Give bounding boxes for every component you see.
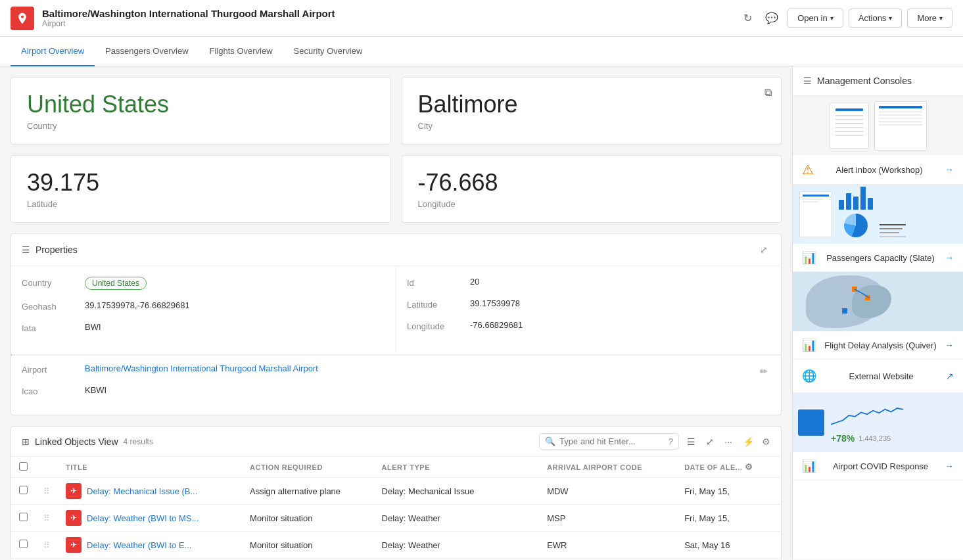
prop-geohash: Geohash 39.17539978,-76.66829681 — [22, 300, 385, 312]
globe-icon: 🌐 — [802, 369, 816, 383]
tab-security-overview[interactable]: Security Overview — [283, 37, 373, 66]
longitude-value: -76.668 — [418, 169, 766, 197]
row-date: Fri, May 15, — [676, 505, 781, 532]
refresh-button[interactable]: ↻ — [740, 8, 756, 28]
latitude-card: 39.175 Latitude — [11, 155, 391, 223]
row-action-required: Re-book passengers — [242, 559, 374, 560]
row-title-link[interactable]: Delay: Weather (BWI to MS... — [87, 513, 199, 523]
city-card: ⧉ Baltimore City — [402, 77, 782, 145]
properties-title: Properties — [35, 245, 78, 255]
alert-inbox-arrow[interactable]: → — [945, 164, 954, 175]
sidebar-item-airport-covid: +78% 1,443,235 📊 Airport COVID Response … — [793, 393, 963, 480]
open-in-button[interactable]: Open in ▾ — [787, 9, 843, 28]
row-type-icon: ✈ — [66, 510, 82, 526]
city-label: City — [418, 121, 766, 131]
properties-grid: Country United States Geohash 39.1753997… — [11, 266, 781, 354]
row-checkbox[interactable] — [19, 540, 28, 548]
properties-expand-button[interactable]: ⤢ — [757, 242, 770, 258]
sidebar-item-flight-delay: 📊 Flight Delay Analysis (Quiver) → — [793, 272, 963, 360]
chat-button[interactable]: 💬 — [761, 8, 782, 28]
more-button[interactable]: More ▾ — [907, 9, 952, 28]
country-value: United States — [27, 91, 375, 118]
edit-button[interactable]: ✏ — [757, 363, 770, 379]
sidebar-title: Management Consoles — [817, 76, 912, 86]
sidebar-item-external-website: 🌐 External Website ↗ — [793, 360, 963, 393]
sidebar-header: ☰ Management Consoles — [793, 66, 963, 96]
linked-icon: ⊞ — [22, 436, 30, 447]
main-layout: United States Country ⧉ Baltimore City 3… — [0, 66, 963, 559]
row-date: Sat, May 16 — [676, 532, 781, 559]
row-arrival-code: MDW — [539, 478, 676, 505]
external-link-button[interactable]: ⤢ — [703, 434, 716, 450]
alert-triangle-icon: ⚠ — [802, 162, 814, 177]
linked-header-right: 🔍 ? ☰ ⤢ ··· ⚡ ⚙ — [539, 433, 770, 450]
airport-covid-label: Airport COVID Response — [833, 461, 928, 471]
flight-delay-icon: 📊 — [802, 338, 816, 352]
sidebar-item-passengers-capacity: 📊 Passengers Capacity (Slate) → — [793, 185, 963, 272]
tab-airport-overview[interactable]: Airport Overview — [11, 37, 95, 66]
drag-handle: ⠿ — [43, 486, 50, 496]
properties-icon: ☰ — [22, 245, 30, 255]
external-website-arrow[interactable]: ↗ — [946, 371, 954, 381]
pie-chart-preview — [844, 214, 868, 237]
longitude-card: -76.668 Longitude — [402, 155, 782, 223]
row-title-link[interactable]: Delay: Mechanical Issue (B... — [87, 486, 197, 496]
capacity-preview — [793, 185, 963, 244]
row-action-required: Assign alternative plane — [242, 478, 374, 505]
row-checkbox[interactable] — [19, 486, 28, 494]
list-view-button[interactable]: ☰ — [684, 434, 698, 450]
col-date: DATE OF ALE... ⚙ — [676, 457, 781, 478]
row-arrival-code: EWR — [539, 532, 676, 559]
tab-flights-overview[interactable]: Flights Overview — [199, 37, 283, 66]
table-row: ⠿ ✈ Delay: Weather (BWI to E... Monitor … — [11, 532, 781, 559]
prop-id: Id 20 — [407, 277, 770, 288]
search-input[interactable] — [559, 436, 665, 446]
flight-delay-label: Flight Delay Analysis (Quiver) — [824, 340, 937, 350]
linked-objects-table-wrapper: TITLE ACTION REQUIRED ALERT TYPE ARRIVAL… — [11, 457, 781, 559]
properties-left-col: Country United States Geohash 39.1753997… — [11, 266, 396, 354]
copy-button[interactable]: ⧉ — [761, 83, 776, 103]
row-date: Fri, May 15, — [676, 478, 781, 505]
settings-icon[interactable]: ⚙ — [762, 436, 770, 447]
linked-objects-panel: ⊞ Linked Objects View 4 results 🔍 ? ☰ ⤢ … — [11, 426, 782, 559]
col-title: TITLE — [58, 457, 242, 478]
sidebar-item-alert-inbox: ⚠ Alert inbox (Workshop) → — [793, 96, 963, 185]
airport-type: Airport — [42, 19, 740, 28]
row-title-link[interactable]: Delay: Weather (BWI to E... — [87, 540, 191, 550]
select-all-checkbox[interactable] — [19, 462, 28, 471]
sparkline — [831, 402, 903, 429]
latitude-value: 39.175 — [27, 169, 375, 197]
row-action-required: Monitor situation — [242, 532, 374, 559]
actions-button[interactable]: Actions ▾ — [849, 9, 903, 28]
covid-preview: +78% 1,443,235 — [793, 393, 963, 452]
tab-passengers-overview[interactable]: Passengers Overview — [95, 37, 199, 66]
longitude-label: Longitude — [418, 199, 766, 209]
airport-covid-arrow[interactable]: → — [945, 461, 954, 471]
search-icon: 🔍 — [545, 436, 555, 446]
flight-delay-arrow[interactable]: → — [945, 340, 954, 350]
more-options-button[interactable]: ··· — [722, 434, 735, 450]
drag-handle: ⠿ — [43, 513, 50, 523]
prop-icao: Icao KBWI — [22, 385, 770, 396]
open-in-chevron-icon: ▾ — [830, 14, 834, 22]
row-checkbox[interactable] — [19, 513, 28, 521]
filter-button[interactable]: ⚡ — [740, 434, 757, 450]
col-alert-type: ALERT TYPE — [374, 457, 540, 478]
sidebar: ☰ Management Consoles — [792, 66, 963, 559]
prop-country: Country United States — [22, 277, 385, 290]
row-alert-type: Cancellation: Mechanical Issue — [374, 559, 540, 560]
search-box: 🔍 ? — [539, 433, 679, 450]
alert-preview — [793, 96, 963, 155]
passengers-capacity-arrow[interactable]: → — [945, 252, 954, 263]
row-arrival-code: SFO — [539, 559, 676, 560]
tab-bar: Airport Overview Passengers Overview Fli… — [0, 37, 963, 66]
doc-preview — [830, 103, 869, 149]
more-chevron-icon: ▾ — [939, 14, 943, 22]
table-row: ⠿ ✈ Delay: Weather (BWI to MS... Monitor… — [11, 505, 781, 532]
help-icon[interactable]: ? — [669, 436, 673, 446]
header: Baltimore/Washington International Thurg… — [0, 0, 963, 37]
col-action-required: ACTION REQUIRED — [242, 457, 374, 478]
big-doc-preview — [874, 101, 927, 151]
country-label: Country — [27, 121, 375, 131]
airport-link[interactable]: Baltimore/Washington International Thurg… — [85, 363, 318, 373]
